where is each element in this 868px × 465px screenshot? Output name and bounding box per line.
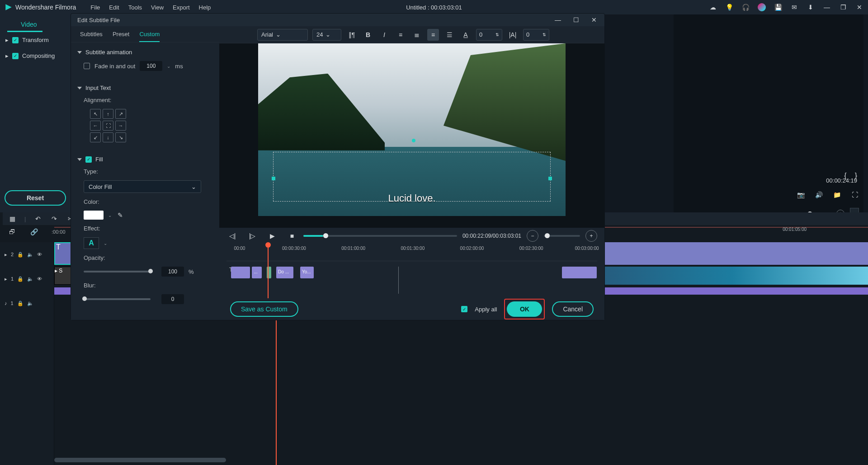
- zoom-in-icon[interactable]: +: [585, 230, 597, 242]
- snapshot-icon[interactable]: 📷: [797, 191, 805, 199]
- track-play-icon[interactable]: ▸: [5, 276, 7, 282]
- apply-all-checkbox[interactable]: ✓: [461, 306, 467, 312]
- audio-icon[interactable]: 🔊: [815, 191, 823, 199]
- blur-slider[interactable]: [84, 298, 151, 300]
- align-right[interactable]: →: [115, 121, 126, 131]
- spinner-icon[interactable]: ⇅: [542, 33, 546, 37]
- color-swatch[interactable]: [84, 211, 104, 220]
- subtitle-text[interactable]: Lucid love.: [388, 193, 435, 204]
- subtitle-clip[interactable]: Yo...: [300, 267, 314, 278]
- subtitle-clip[interactable]: [231, 267, 250, 278]
- video-frame[interactable]: Lucid love.: [258, 43, 566, 216]
- char-spacing-input[interactable]: 0⇅: [476, 29, 502, 41]
- rotate-handle-icon[interactable]: [412, 139, 415, 142]
- timeline-scrollbar[interactable]: [54, 458, 226, 462]
- playback-progress[interactable]: [303, 235, 457, 237]
- step-forward-icon[interactable]: |▷: [246, 230, 258, 242]
- layout-icon[interactable]: ▦: [8, 215, 16, 223]
- lightbulb-icon[interactable]: 💡: [725, 3, 733, 11]
- close-window-icon[interactable]: ✕: [855, 3, 863, 11]
- italic-icon[interactable]: I: [378, 29, 390, 41]
- chevron-down-icon[interactable]: ⌄: [167, 64, 170, 69]
- align-top-right[interactable]: ↗: [115, 109, 126, 119]
- spinner-icon[interactable]: ⇅: [495, 33, 499, 37]
- cancel-button[interactable]: Cancel: [552, 301, 594, 317]
- maximize-window-icon[interactable]: ❐: [839, 3, 847, 11]
- fontsize-select[interactable]: 24⌄: [312, 29, 341, 41]
- eye-icon[interactable]: 👁: [37, 276, 42, 282]
- avatar-icon[interactable]: [758, 3, 766, 11]
- align-center[interactable]: ⛶: [103, 121, 113, 131]
- time-ruler[interactable]: 00:00 00:00:30:00 00:01:00:00 00:01:30:0…: [226, 244, 597, 261]
- undo-icon[interactable]: ↶: [34, 215, 42, 223]
- section-input-text[interactable]: Input Text: [71, 82, 219, 94]
- play-icon[interactable]: ▶: [266, 230, 278, 242]
- subtitle-clip[interactable]: ...: [252, 267, 261, 278]
- lock-icon[interactable]: 🔒: [17, 301, 24, 306]
- chevron-down-icon[interactable]: ⌄: [104, 241, 107, 246]
- compositing-checkbox[interactable]: ✓: [12, 53, 19, 59]
- align-left-icon[interactable]: ≡: [395, 29, 406, 41]
- link-icon[interactable]: 🔗: [30, 228, 38, 236]
- expand-icon[interactable]: ⛶: [851, 191, 859, 199]
- lock-icon[interactable]: 🔒: [17, 252, 24, 258]
- tracking-input[interactable]: 0⇅: [523, 29, 549, 41]
- align-top[interactable]: ↑: [103, 109, 113, 119]
- menu-view[interactable]: View: [151, 4, 164, 11]
- sidebar-group-compositing[interactable]: ▸ ✓ Compositing: [0, 48, 71, 64]
- mute-icon[interactable]: 🔈: [27, 301, 33, 306]
- cloud-icon[interactable]: ☁: [709, 3, 717, 11]
- font-select[interactable]: Arial⌄: [257, 29, 308, 41]
- video-clip-thumb[interactable]: ▸ S: [54, 267, 72, 285]
- reset-button[interactable]: Reset: [5, 190, 66, 206]
- sidebar-tab-video[interactable]: Video: [7, 18, 42, 32]
- brace-open-icon[interactable]: {: [844, 172, 846, 180]
- sidebar-group-transform[interactable]: ▸ ✓ Transform: [0, 32, 71, 48]
- lock-icon[interactable]: 🔒: [17, 276, 24, 282]
- text-track-clip[interactable]: [597, 242, 868, 265]
- headset-icon[interactable]: 🎧: [741, 3, 750, 11]
- effect-preview[interactable]: A: [84, 237, 99, 249]
- subtitle-clip[interactable]: Do ...: [276, 267, 293, 278]
- zoom-slider[interactable]: [544, 235, 580, 237]
- fade-value-input[interactable]: 100: [140, 61, 162, 71]
- brace-close-icon[interactable]: }: [855, 172, 857, 180]
- redo-icon[interactable]: ↷: [50, 215, 58, 223]
- save-as-custom-button[interactable]: Save as Custom: [230, 301, 298, 317]
- chevron-down-icon[interactable]: ⌄: [108, 213, 112, 218]
- dialog-close-icon[interactable]: ✕: [590, 16, 598, 24]
- align-bottom-left[interactable]: ↙: [90, 132, 101, 142]
- fill-checkbox[interactable]: ✓: [85, 156, 92, 163]
- track-row-video[interactable]: ▸ 1 🔒 🔈 👁: [0, 267, 54, 291]
- text-color-icon[interactable]: A: [460, 29, 472, 41]
- align-bottom-right[interactable]: ↘: [115, 132, 126, 142]
- tab-custom[interactable]: Custom: [139, 31, 160, 42]
- opacity-value[interactable]: 100: [161, 267, 184, 277]
- blur-value[interactable]: 0: [161, 294, 184, 304]
- track-row-text[interactable]: ▸ 2 🔒 🔈 👁: [0, 242, 54, 267]
- mail-icon[interactable]: ✉: [790, 3, 798, 11]
- menu-tools[interactable]: Tools: [128, 4, 142, 11]
- menu-file[interactable]: File: [90, 4, 100, 11]
- opacity-slider[interactable]: [84, 271, 151, 272]
- section-subtitle-animation[interactable]: Subtitle animation: [71, 46, 219, 58]
- align-bottom[interactable]: ↓: [103, 132, 113, 142]
- line-height-icon[interactable]: ‖¶: [346, 29, 358, 41]
- media-icon[interactable]: 🗗: [8, 228, 16, 236]
- tracking-icon[interactable]: |A|: [507, 29, 519, 41]
- align-top-left[interactable]: ↖: [90, 109, 101, 119]
- fade-checkbox[interactable]: [84, 63, 90, 69]
- video-clip[interactable]: [597, 267, 868, 285]
- zoom-out-icon[interactable]: −: [527, 230, 538, 242]
- folder-icon[interactable]: 📁: [833, 191, 841, 199]
- fill-type-select[interactable]: Color Fill⌄: [84, 180, 201, 193]
- bold-icon[interactable]: B: [362, 29, 374, 41]
- mute-icon[interactable]: 🔈: [27, 276, 33, 282]
- section-fill[interactable]: ✓ Fill: [71, 153, 219, 165]
- stop-icon[interactable]: ■: [286, 230, 298, 242]
- menu-help[interactable]: Help: [199, 4, 211, 11]
- track-row-audio[interactable]: ♪ 1 🔒 🔈: [0, 291, 54, 315]
- dialog-maximize-icon[interactable]: ☐: [572, 16, 580, 24]
- align-right-icon[interactable]: ≡: [427, 29, 439, 41]
- step-back-icon[interactable]: ◁|: [226, 230, 238, 242]
